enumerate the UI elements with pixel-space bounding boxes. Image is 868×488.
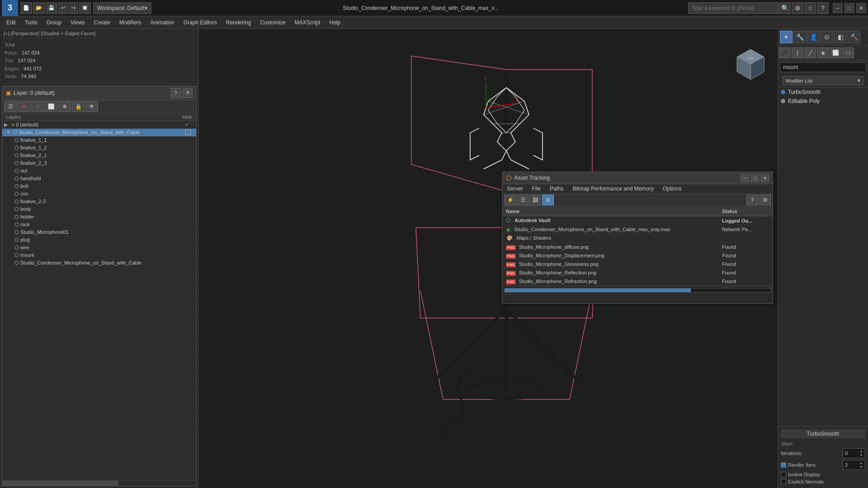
at-menu-server[interactable]: Server (502, 184, 527, 193)
mod-tb-btn6[interactable]: □ (842, 47, 854, 58)
display-icon[interactable]: ◧ (834, 31, 847, 43)
layer-unfreeze-btn[interactable]: ❄ (58, 101, 71, 112)
at-menu-paths[interactable]: Paths (545, 184, 568, 193)
layer-item[interactable]: ⬡ fixative_2_3 (2, 159, 196, 167)
layer-item[interactable]: ⬡ bolt (2, 182, 196, 190)
cube-navigator[interactable]: TOP (732, 47, 769, 83)
maximize-button[interactable]: □ (845, 3, 854, 13)
utilities-icon[interactable]: 🔨 (848, 31, 860, 43)
layer-freeze-btn[interactable]: 🔒 (72, 101, 84, 112)
explicit-checkbox[interactable] (781, 479, 786, 484)
layer-item[interactable]: ⬡ fixative_2_1 (2, 152, 196, 159)
redo-button[interactable]: ↪ (69, 2, 78, 14)
mod-tb-btn4[interactable]: ◈ (817, 47, 829, 58)
layer-item[interactable]: ⬡ con (2, 190, 196, 198)
layer-close-icon[interactable]: ✕ (183, 88, 192, 98)
at-tb-help-btn[interactable]: ? (746, 195, 758, 205)
search-input[interactable] (688, 2, 779, 14)
at-restore-btn[interactable]: □ (751, 174, 759, 182)
at-tb-btn2[interactable]: ☰ (517, 195, 529, 205)
layer-item[interactable]: ⬡ fixative_1_2 (2, 144, 196, 152)
table-row[interactable]: PNG Studio_Microphone_Refraction.png Fou… (502, 277, 773, 286)
workspace-dropdown[interactable]: Workspace: Default ▾ (93, 2, 151, 14)
layer-item[interactable]: ⬡ nut (2, 167, 196, 175)
menu-rendering[interactable]: Rendering (221, 18, 255, 28)
layer-item[interactable]: ▼ ⬡ Studio_Condenser_Microphone_on_Stand… (2, 129, 196, 136)
menu-edit[interactable]: Edit (2, 18, 20, 28)
layer-item[interactable]: ⬡ plug (2, 236, 196, 244)
create-icon[interactable]: ✦ (780, 31, 793, 43)
render-iters-value[interactable]: 2 ▲▼ (843, 460, 865, 470)
at-close-btn[interactable]: ✕ (761, 174, 769, 182)
hierarchy-icon[interactable]: 👤 (807, 31, 820, 43)
layer-item[interactable]: ⬡ Studio_Condenser_Microphone_on_Stand_w… (2, 259, 196, 267)
layer-item[interactable]: ⬡ handhold (2, 175, 196, 182)
undo-button[interactable]: ↩ (58, 2, 68, 14)
modify-icon[interactable]: 🔧 (793, 31, 806, 43)
layer-select-all-btn[interactable]: ☰ (4, 101, 17, 112)
layer-add-btn[interactable]: + (31, 101, 44, 112)
table-row[interactable]: PNG Studio_Microphone_Displacement.png F… (502, 251, 773, 260)
at-tb-btn1[interactable]: ⚡ (504, 195, 516, 205)
menu-customize[interactable]: Customize (255, 18, 290, 28)
layer-delete-btn[interactable]: ✕ (18, 101, 30, 112)
menu-tools[interactable]: Tools (20, 18, 42, 28)
close-button[interactable]: ✕ (856, 3, 866, 13)
mod-tb-btn3[interactable]: ╱ (804, 47, 816, 58)
table-row[interactable]: PNG Studio_Microphone_Glossiness.png Fou… (502, 260, 773, 269)
menu-modifiers[interactable]: Modifiers (115, 18, 146, 28)
menu-create[interactable]: Create (89, 18, 115, 28)
new-button[interactable]: 📄 (20, 2, 32, 14)
menu-views[interactable]: Views (66, 18, 89, 28)
at-menu-bitmap[interactable]: Bitmap Performance and Memory (568, 184, 658, 193)
menu-animation[interactable]: Animation (146, 18, 179, 28)
layer-item[interactable]: ⬡ holder (2, 213, 196, 221)
menu-graph-editors[interactable]: Graph Editors (179, 18, 221, 28)
mod-tb-btn5[interactable]: ⬜ (830, 47, 841, 58)
at-tb-btn3[interactable]: 🖼 (530, 195, 541, 205)
extra-btn1[interactable]: 🔲 (79, 2, 91, 14)
layer-item[interactable]: ▶ ≡ 0 (default) ✓ (2, 121, 196, 129)
at-tb-settings-btn[interactable]: ⚙ (759, 195, 771, 205)
modifier-item-turbosmooth[interactable]: TurboSmooth (778, 88, 868, 97)
search-icon[interactable]: 🔍 (779, 2, 791, 14)
star-icon[interactable]: ☆ (804, 2, 816, 14)
table-row[interactable]: 🎨 Maps / Shaders (502, 234, 773, 243)
open-button[interactable]: 📂 (33, 2, 45, 14)
layer-item[interactable]: ⬡ Studio_Microphone01 (2, 228, 196, 236)
layer-item[interactable]: ⬡ body (2, 205, 196, 213)
spin-arrows[interactable]: ▲▼ (859, 461, 863, 469)
render-iters-checkbox[interactable] (781, 462, 786, 468)
layer-item-mount[interactable]: ⬡ mount (2, 251, 196, 259)
minimize-button[interactable]: ─ (833, 3, 843, 13)
menu-help[interactable]: Help (325, 18, 345, 28)
at-menu-options[interactable]: Options (658, 184, 686, 193)
isoline-checkbox[interactable] (781, 472, 786, 477)
table-row[interactable]: ▣ Studio_Condenser_Microphone_on_Stand_w… (502, 225, 773, 234)
layer-item[interactable]: ⬡ rack (2, 221, 196, 228)
modifier-list-dropdown[interactable]: Modifier List ▾ (783, 76, 863, 85)
motion-icon[interactable]: ⊙ (821, 31, 833, 43)
layer-item[interactable]: ⬡ wire (2, 244, 196, 251)
layer-scrollbar[interactable] (2, 480, 196, 486)
menu-maxscript[interactable]: MAXScript (290, 18, 325, 28)
modifier-item-editable-poly[interactable]: Editable Poly (778, 97, 868, 106)
at-minimize-btn[interactable]: ─ (741, 174, 749, 182)
object-name-field[interactable] (780, 62, 866, 72)
spin-arrows[interactable]: ▲▼ (859, 449, 863, 457)
table-row[interactable]: ⬡ Autodesk Vault Logged Ou... (502, 216, 773, 225)
at-tb-btn4[interactable]: ⊞ (542, 195, 554, 205)
iterations-value[interactable]: 0 ▲▼ (843, 448, 865, 458)
layer-item[interactable]: ⬡ fixative_2-2 (2, 198, 196, 205)
layer-vis-btn[interactable]: 👁 (85, 101, 98, 112)
mod-tb-btn1[interactable]: ⬛ (779, 47, 791, 58)
help-icon[interactable]: ? (817, 2, 829, 14)
table-row[interactable]: PNG Studio_Microphone_Reflection.png Fou… (502, 269, 773, 277)
mod-tb-btn2[interactable]: | (792, 47, 803, 58)
at-menu-file[interactable]: File (527, 184, 545, 193)
layer-item[interactable]: ⬡ fixative_1_1 (2, 136, 196, 144)
menu-group[interactable]: Group (42, 18, 66, 28)
settings-icon[interactable]: ⚙ (792, 2, 803, 14)
save-button[interactable]: 💾 (46, 2, 57, 14)
layer-help-icon[interactable]: ? (171, 88, 181, 98)
